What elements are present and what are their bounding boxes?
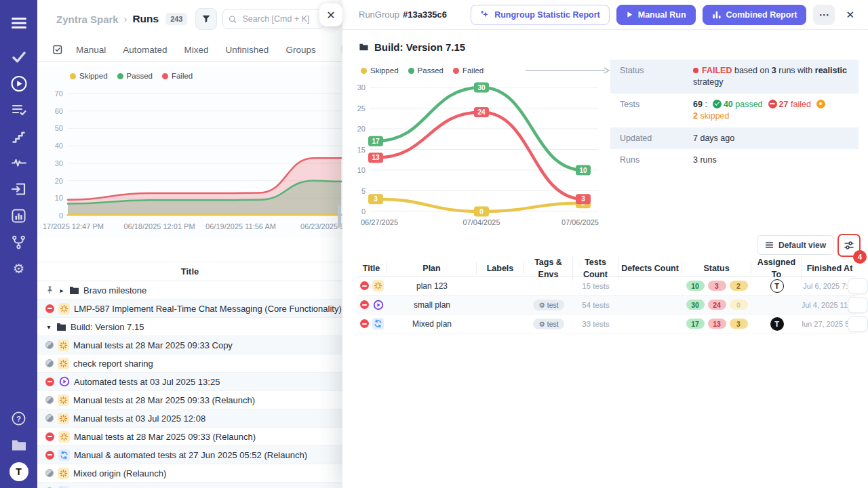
- select-runs-icon[interactable]: [52, 44, 63, 55]
- drawer-close-floating-button[interactable]: ✕: [319, 3, 342, 26]
- search-box[interactable]: [222, 9, 324, 29]
- detail-row-runs: Runs 3 runs: [610, 149, 859, 171]
- rungroup-statistic-report-button[interactable]: Rungroup Statistic Report: [471, 5, 610, 25]
- combined-report-button[interactable]: Combined Report: [703, 5, 807, 25]
- tab-mixed[interactable]: Mixed: [184, 45, 209, 55]
- status-failed-icon: [45, 304, 54, 313]
- status-badge-green: 30: [686, 300, 705, 310]
- close-icon: ✕: [326, 9, 335, 22]
- list-run-row[interactable]: check report sharing: [37, 354, 342, 373]
- column-finished-at[interactable]: Finished At: [802, 262, 857, 274]
- tab-groups[interactable]: Groups: [285, 45, 315, 55]
- tag-pill[interactable]: ⚙test: [533, 319, 564, 329]
- run-title: Bravo milestone: [83, 285, 146, 296]
- legend-item-passed[interactable]: Passed: [408, 66, 443, 75]
- status-badge-red: 3: [708, 281, 726, 291]
- row-actions-button[interactable]: [848, 297, 868, 313]
- run-title: Mixed origin (Relaunch): [73, 468, 166, 479]
- sidebar-item-box-arrow[interactable]: [10, 180, 28, 198]
- manual-run-icon: [58, 303, 70, 314]
- row-actions-button[interactable]: [848, 278, 868, 294]
- table-row[interactable]: Mixed plan⚙test33 tests17133TJun 27, 202…: [356, 314, 857, 333]
- drawer-header: RunGroup #13a335c6 Rungroup Statistic Re…: [342, 0, 868, 30]
- panel-scrollbar[interactable]: [338, 205, 341, 228]
- status-badges: 1032: [682, 281, 751, 291]
- run-title: LMP-587 Implement Real-Time Chat Messagi…: [74, 304, 342, 314]
- list-run-row[interactable]: Mixed origin (Relaunch): [37, 464, 342, 483]
- list-run-row[interactable]: Manual & automated tests at 27 Jun 2025 …: [37, 446, 342, 464]
- tag-pill[interactable]: ⚙test: [533, 300, 564, 310]
- user-avatar[interactable]: T: [9, 462, 28, 481]
- row-actions-button[interactable]: [848, 316, 868, 332]
- column-title[interactable]: Title: [356, 262, 387, 274]
- status-badge-red: 13: [708, 319, 726, 329]
- svg-text:07/06/2025: 07/06/2025: [561, 218, 599, 226]
- drawer-close-button[interactable]: ✕: [842, 6, 859, 24]
- sidebar-item-gear[interactable]: ⚙: [10, 260, 28, 277]
- svg-text:10: 10: [55, 194, 63, 202]
- status-failed-icon: [45, 451, 54, 460]
- chevron-right-icon[interactable]: ▸: [58, 287, 65, 294]
- sidebar-item-branch[interactable]: [10, 233, 28, 251]
- sidebar-item-bar-chart[interactable]: [10, 207, 28, 224]
- svg-text:30: 30: [55, 159, 63, 167]
- legend-item-skipped[interactable]: Skipped: [361, 66, 399, 75]
- legend-item-skipped[interactable]: Skipped: [70, 72, 108, 80]
- chevron-down-icon[interactable]: ▾: [45, 323, 52, 331]
- sidebar: ⚙?T: [0, 0, 37, 488]
- manual-run-button[interactable]: Manual Run: [616, 5, 696, 25]
- sidebar-item-pulse[interactable]: [10, 154, 28, 171]
- manual-run-icon: [372, 280, 384, 291]
- column-status[interactable]: Status: [682, 262, 751, 274]
- tab-unfinished[interactable]: Unfinished: [226, 45, 269, 55]
- rungroup-title-row: Build: Version 7.15: [342, 30, 868, 53]
- sliders-icon: [844, 240, 854, 251]
- list-group-row[interactable]: ▾Build: Version 7.15: [37, 318, 342, 336]
- status-badge-green: 10: [686, 281, 705, 291]
- legend-item-failed[interactable]: Failed: [162, 72, 193, 80]
- column-defects-count[interactable]: Defects Count: [618, 262, 682, 274]
- manual-run-icon: [58, 358, 69, 369]
- tab-manual[interactable]: Manual: [76, 45, 106, 55]
- list-run-row[interactable]: Manual tests at 28 Mar 2025 09:33 (Relau…: [37, 391, 342, 409]
- assignee-avatar[interactable]: T: [770, 317, 784, 331]
- breadcrumb-project[interactable]: Zyntra Spark: [56, 14, 119, 25]
- rungroup-details: Status FAILED based on 3 runs with reali…: [610, 60, 859, 171]
- sidebar-item-steps[interactable]: [10, 127, 28, 145]
- sidebar-item-play-circle[interactable]: [10, 75, 28, 92]
- sidebar-item-folder[interactable]: [10, 436, 28, 454]
- search-input[interactable]: [241, 14, 318, 24]
- sidebar-item-list-check[interactable]: [10, 101, 28, 119]
- rungroup-runs-table: TitlePlanLabelsTags & EnvsTests CountDef…: [356, 256, 857, 333]
- sidebar-item-check[interactable]: [10, 48, 28, 66]
- column-labels[interactable]: Labels: [477, 262, 524, 274]
- assignee-avatar[interactable]: T: [770, 279, 784, 293]
- list-run-row[interactable]: Manual tests at 03 Jul 2025 12:08: [37, 409, 342, 428]
- list-run-row[interactable]: Manual tests at 28 Mar 2025 09:33 Copy: [37, 336, 342, 354]
- table-row[interactable]: small plan⚙test54 tests30240Jul 4, 2025 …: [356, 296, 857, 314]
- run-title: Build: Version 7.15: [71, 322, 144, 332]
- bar-chart-icon: [712, 10, 722, 20]
- list-run-row[interactable]: LMP-587 Implement Real-Time Chat Messagi…: [37, 300, 342, 318]
- svg-text:15: 15: [357, 146, 366, 154]
- tab-automated[interactable]: Automated: [123, 45, 167, 55]
- more-actions-button[interactable]: ⋯: [813, 5, 835, 25]
- list-run-row[interactable]: [37, 483, 342, 488]
- list-run-row[interactable]: Manual tests at 28 Mar 2025 09:33 (Relau…: [37, 428, 342, 446]
- legend-item-failed[interactable]: Failed: [453, 66, 484, 75]
- legend-item-passed[interactable]: Passed: [117, 72, 153, 80]
- default-view-button[interactable]: Default view: [757, 235, 834, 255]
- svg-text:07/04/2025: 07/04/2025: [462, 218, 500, 226]
- legend-dot-icon: [453, 68, 459, 74]
- sidebar-item-menu[interactable]: [10, 14, 28, 32]
- svg-text:17/2025 12:47 PM: 17/2025 12:47 PM: [43, 222, 104, 230]
- list-group-row[interactable]: ▸Bravo milestone: [37, 281, 342, 300]
- manual-run-icon: [58, 340, 69, 351]
- sidebar-item-help[interactable]: ?: [10, 410, 28, 428]
- svg-text:?: ?: [16, 415, 21, 423]
- table-row[interactable]: plan 12315 tests1032TJul 6, 2025 7:40: [356, 277, 857, 296]
- list-run-row[interactable]: Automated tests at 03 Jul 2025 13:25: [37, 373, 342, 391]
- filter-button[interactable]: [195, 8, 217, 30]
- column-plan[interactable]: Plan: [387, 262, 477, 274]
- failed-dot-icon: [693, 68, 698, 73]
